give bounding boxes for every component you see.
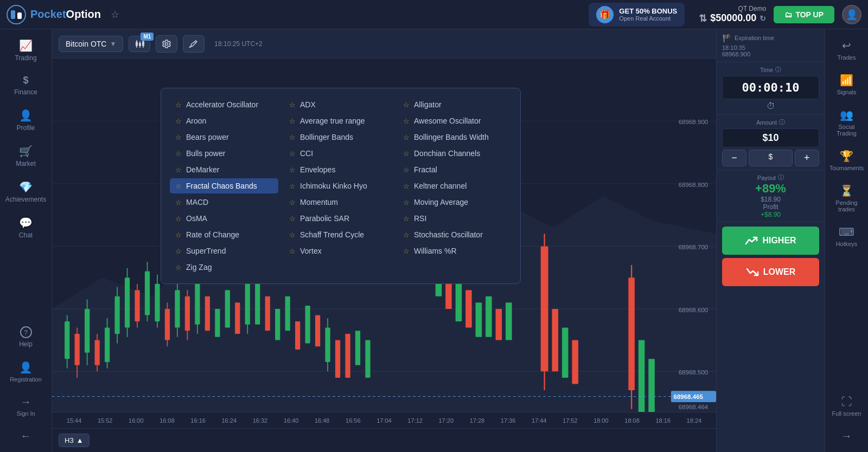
star-icon[interactable]: ☆ xyxy=(289,101,296,109)
sidebar-item-finance[interactable]: $ Finance xyxy=(4,69,48,101)
help-amount-icon[interactable]: ⓘ xyxy=(779,118,785,126)
indicator-stochastic-oscillator[interactable]: ☆ Stochastic Oscillator xyxy=(398,227,512,242)
star-icon[interactable]: ☆ xyxy=(403,231,410,239)
sidebar-item-pending-trades[interactable]: ⏳ Pending trades xyxy=(825,179,869,218)
indicator-awesome-oscillator[interactable]: ☆ Awesome Oscillator xyxy=(398,113,512,128)
indicator-vortex[interactable]: ☆ Vortex xyxy=(284,243,392,259)
star-icon[interactable]: ☆ xyxy=(403,215,410,223)
sidebar-item-market[interactable]: 🛒 Market xyxy=(4,139,48,173)
bonus-banner[interactable]: 🎁 GET 50% BONUS Open Real Account xyxy=(589,3,685,27)
clock-icon[interactable]: ⏱ xyxy=(767,101,775,111)
star-icon[interactable]: ☆ xyxy=(289,198,296,206)
indicator-cci[interactable]: ☆ CCI xyxy=(284,146,392,161)
indicator-macd[interactable]: ☆ MACD xyxy=(170,195,278,210)
indicator-aroon[interactable]: ☆ Aroon xyxy=(170,113,278,128)
star-icon[interactable]: ☆ xyxy=(403,182,410,190)
star-icon[interactable]: ☆ xyxy=(175,150,182,158)
amount-display[interactable]: $10 xyxy=(722,128,819,147)
star-icon[interactable]: ☆ xyxy=(403,133,410,141)
star-icon[interactable]: ☆ xyxy=(403,166,410,174)
star-icon[interactable]: ☆ xyxy=(289,150,296,158)
indicator-bears-power[interactable]: ☆ Bears power xyxy=(170,130,278,145)
star-icon[interactable]: ☆ xyxy=(175,198,182,206)
star-icon[interactable]: ☆ xyxy=(403,117,410,125)
indicator-bollinger-bands-width[interactable]: ☆ Bollinger Bands Width xyxy=(398,130,512,145)
indicator-osma[interactable]: ☆ OsMA xyxy=(170,211,278,226)
star-icon[interactable]: ☆ xyxy=(289,133,296,141)
star-icon[interactable]: ☆ xyxy=(403,150,410,158)
indicator-alligator[interactable]: ☆ Alligator xyxy=(398,97,512,112)
star-icon[interactable]: ☆ xyxy=(289,231,296,239)
avatar[interactable]: 👤 xyxy=(842,5,861,24)
indicator-demarker[interactable]: ☆ DeMarker xyxy=(170,162,278,177)
logo[interactable]: PocketOption xyxy=(7,5,101,24)
topup-button[interactable]: 🗂 TOP UP xyxy=(774,6,834,23)
higher-button[interactable]: HIGHER xyxy=(722,227,819,255)
star-icon[interactable]: ☆ xyxy=(175,247,182,255)
sidebar-item-social-trading[interactable]: 👥 Social Trading xyxy=(825,103,869,142)
indicator-rsi[interactable]: ☆ RSI xyxy=(398,211,512,226)
star-icon[interactable]: ☆ xyxy=(175,182,182,190)
currency-selector[interactable]: $ xyxy=(749,150,793,166)
star-icon[interactable]: ☆ xyxy=(175,231,182,239)
indicator-fractal[interactable]: ☆ Fractal xyxy=(398,162,512,177)
star-icon[interactable]: ☆ xyxy=(175,117,182,125)
star-icon[interactable]: ☆ xyxy=(175,101,182,109)
help-payout-icon[interactable]: ⓘ xyxy=(778,173,784,182)
indicator-parabolic-sar[interactable]: ☆ Parabolic SAR xyxy=(284,211,392,226)
indicator-envelopes[interactable]: ☆ Envelopes xyxy=(284,162,392,177)
sidebar-item-chat[interactable]: 💬 Chat xyxy=(4,211,48,244)
star-icon[interactable]: ☆ xyxy=(403,247,410,255)
indicator-rate-of-change[interactable]: ☆ Rate of Change xyxy=(170,227,278,242)
sidebar-item-signin[interactable]: → Sign In xyxy=(4,390,48,422)
star-icon[interactable]: ☆ xyxy=(403,198,410,206)
amount-decrease-button[interactable]: − xyxy=(722,150,746,166)
indicator-adx[interactable]: ☆ ADX xyxy=(284,97,392,112)
settings-button[interactable] xyxy=(156,35,177,53)
indicator-bollinger-bands[interactable]: ☆ Bollinger Bands xyxy=(284,130,392,145)
sidebar-item-trades[interactable]: ↩ Trades xyxy=(825,34,869,66)
sidebar-item-help[interactable]: ? Help xyxy=(4,321,48,353)
sidebar-item-collapse[interactable]: → xyxy=(825,424,869,448)
draw-button[interactable] xyxy=(183,35,205,53)
indicator-average-true-range[interactable]: ☆ Average true range xyxy=(284,113,392,128)
indicator-ichimoku[interactable]: ☆ Ichimoku Kinko Hyo xyxy=(284,178,392,193)
indicator-accelerator[interactable]: ☆ Accelerator Oscillator xyxy=(170,97,278,112)
star-icon[interactable]: ☆ xyxy=(289,215,296,223)
star-icon[interactable]: ☆ xyxy=(289,182,296,190)
timeframe-selector[interactable]: H3 ▲ xyxy=(59,434,90,447)
sidebar-item-profile[interactable]: 👤 Profile xyxy=(4,104,48,137)
sidebar-item-achievements[interactable]: 💎 Achievements xyxy=(4,175,48,209)
star-icon[interactable]: ☆ xyxy=(289,166,296,174)
sidebar-item-hotkeys[interactable]: ⌨ Hotkeys xyxy=(825,220,869,253)
indicator-donchian-channels[interactable]: ☆ Donchian Channels xyxy=(398,146,512,161)
indicator-williams-r[interactable]: ☆ Williams %R xyxy=(398,243,512,259)
sidebar-item-signals[interactable]: 📶 Signals xyxy=(825,68,869,101)
favorite-icon[interactable]: ☆ xyxy=(111,9,119,21)
help-time-icon[interactable]: ⓘ xyxy=(775,66,781,74)
indicator-bulls-power[interactable]: ☆ Bulls power xyxy=(170,146,278,161)
star-icon[interactable]: ☆ xyxy=(175,263,182,272)
lower-button[interactable]: LOWER xyxy=(722,258,819,286)
star-icon[interactable]: ☆ xyxy=(175,166,182,174)
indicator-momentum[interactable]: ☆ Momentum xyxy=(284,195,392,210)
amount-increase-button[interactable]: + xyxy=(795,150,819,166)
star-icon[interactable]: ☆ xyxy=(175,133,182,141)
indicator-moving-average[interactable]: ☆ Moving Average xyxy=(398,195,512,210)
indicator-schaff-trend[interactable]: ☆ Schaff Trend Cycle xyxy=(284,227,392,242)
indicator-supertrend[interactable]: ☆ SuperTrend xyxy=(170,243,278,259)
star-icon[interactable]: ☆ xyxy=(289,247,296,255)
sidebar-item-tournaments[interactable]: 🏆 Tournaments xyxy=(825,144,869,177)
sidebar-item-registration[interactable]: 👤 Registration xyxy=(4,356,48,388)
sidebar-item-back[interactable]: ← xyxy=(4,424,48,448)
indicator-keltner-channel[interactable]: ☆ Keltner channel xyxy=(398,178,512,193)
star-icon[interactable]: ☆ xyxy=(289,117,296,125)
indicator-zig-zag[interactable]: ☆ Zig Zag xyxy=(170,260,278,275)
star-icon[interactable]: ☆ xyxy=(175,215,182,223)
sidebar-item-fullscreen[interactable]: ⛶ Full screen xyxy=(825,390,869,422)
refresh-icon[interactable]: ↻ xyxy=(760,14,766,23)
star-icon[interactable]: ☆ xyxy=(403,101,410,109)
asset-selector[interactable]: Bitcoin OTC ▼ xyxy=(59,36,123,52)
indicator-fractal-chaos-bands[interactable]: ☆ Fractal Chaos Bands xyxy=(170,178,278,193)
sidebar-item-trading[interactable]: 📈 Trading xyxy=(4,34,48,67)
